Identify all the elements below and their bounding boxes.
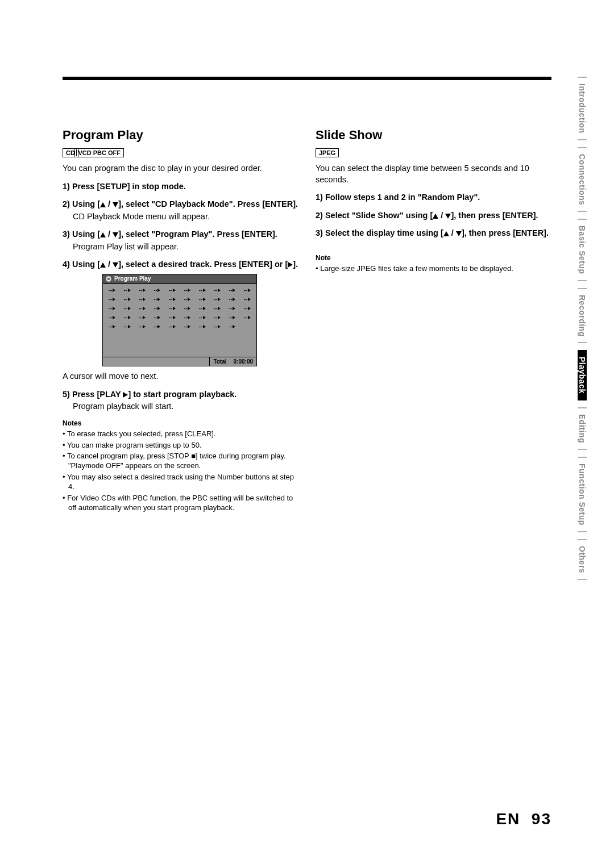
right-arrow-icon — [113, 316, 115, 319]
up-arrow-icon — [443, 231, 449, 236]
slide-show-step3: 3) Select the display time using [ / ], … — [316, 228, 551, 239]
program-play-cell: -- — [165, 315, 179, 320]
cell-placeholder: -- — [184, 287, 187, 293]
footer-spacer — [103, 357, 209, 366]
cell-placeholder: -- — [154, 324, 157, 329]
right-arrow-icon — [218, 289, 221, 292]
right-arrow-icon — [188, 298, 190, 301]
cell-placeholder: -- — [214, 287, 217, 293]
program-play-cell: -- — [225, 287, 239, 293]
program-play-cell: -- — [150, 287, 164, 293]
note-item: For Video CDs with PBC function, the PBC… — [63, 494, 298, 513]
manual-page: Program Play CDVCD PBC OFF You can progr… — [0, 0, 614, 868]
step4-pre: 4) Using [ — [63, 260, 100, 269]
program-play-cell: -- — [210, 297, 224, 302]
section-tab-introduction: Introduction — [578, 77, 587, 140]
cell-placeholder: -- — [244, 297, 247, 302]
program-play-cell: -- — [210, 324, 224, 329]
program-play-row: -------------------- — [105, 297, 254, 302]
program-play-cell: -- — [135, 287, 149, 293]
cell-placeholder: -- — [199, 287, 202, 293]
program-play-cell: -- — [195, 297, 209, 302]
program-play-step2: 2) Using [ / ], select "CD Playback Mode… — [63, 199, 298, 210]
program-play-cell: -- — [120, 306, 134, 311]
cell-placeholder: -- — [154, 306, 157, 311]
step2-post: ], select "CD Playback Mode". Press [ENT… — [118, 199, 298, 208]
cell-placeholder: -- — [184, 297, 187, 302]
right-arrow-icon — [188, 307, 190, 310]
step3-pre: 3) Using [ — [63, 229, 100, 239]
cell-placeholder: -- — [109, 324, 112, 329]
program-play-cell: -- — [150, 324, 164, 329]
ss-step3-post: ], then press [ENTER]. — [462, 228, 549, 237]
cell-placeholder: -- — [154, 315, 157, 320]
up-arrow-icon — [433, 214, 438, 219]
right-arrow-icon — [218, 307, 221, 310]
slide-show-heading: Slide Show — [316, 128, 551, 143]
right-arrow-icon — [128, 307, 131, 310]
right-arrow-icon — [173, 298, 176, 301]
program-play-notes-heading: Notes — [63, 419, 298, 427]
section-tab-basic-setup: Basic Setup — [578, 219, 587, 281]
cell-placeholder: -- — [229, 297, 232, 302]
program-play-step2-sub: CD Playback Mode menu will appear. — [73, 211, 298, 223]
right-arrow-icon — [233, 298, 235, 301]
cell-placeholder: -- — [244, 306, 247, 311]
program-play-step3-sub: Program Play list will appear. — [73, 241, 298, 253]
section-tab-recording: Recording — [578, 288, 587, 344]
program-play-row: ------------------ — [105, 324, 254, 329]
section-tabs: IntroductionConnectionsBasic SetupRecord… — [578, 77, 592, 587]
cell-placeholder: -- — [199, 306, 202, 311]
program-play-cell: -- — [240, 306, 254, 311]
program-play-screen-body: ----------------------------------------… — [103, 284, 256, 357]
ss-step3-pre: 3) Select the display time using [ — [316, 228, 443, 237]
program-play-cell: -- — [180, 297, 194, 302]
cell-placeholder: -- — [214, 315, 217, 320]
badge-jpeg: JPEG — [316, 148, 339, 157]
cell-placeholder: -- — [139, 324, 142, 329]
right-arrow-icon — [143, 316, 146, 319]
program-play-cell: -- — [165, 287, 179, 293]
right-arrow-icon — [113, 298, 115, 301]
program-play-cell: -- — [150, 306, 164, 311]
program-play-cell: -- — [105, 287, 119, 293]
step5-post: ] to start program playback. — [128, 390, 237, 399]
badge-vcd-pbc-off: VCD PBC OFF — [74, 148, 124, 157]
right-arrow-icon — [173, 289, 176, 292]
note-item: You can make program settings up to 50. — [63, 441, 298, 450]
disc-icon — [105, 276, 112, 282]
right-arrow-icon — [143, 289, 146, 292]
right-arrow-icon — [248, 298, 251, 301]
program-play-cell: -- — [240, 297, 254, 302]
cell-placeholder: -- — [169, 306, 172, 311]
program-play-cell: -- — [225, 306, 239, 311]
slide-show-step2: 2) Select "Slide Show" using [ / ], then… — [316, 210, 551, 222]
program-play-screen-header: Program Play — [103, 274, 256, 284]
cell-placeholder: -- — [139, 306, 142, 311]
right-arrow-icon — [203, 307, 206, 310]
cell-placeholder: -- — [109, 306, 112, 311]
program-play-screen-footer: Total 0:00:00 — [103, 357, 256, 366]
program-play-row: -------------------- — [105, 306, 254, 311]
up-arrow-icon — [100, 202, 106, 207]
cell-placeholder: -- — [124, 324, 127, 329]
slide-show-note-heading: Note — [316, 254, 551, 262]
program-play-cell: -- — [195, 287, 209, 293]
program-play-total: Total 0:00:00 — [209, 357, 256, 366]
right-arrow-icon — [233, 289, 235, 292]
program-play-cell: -- — [240, 287, 254, 293]
page-lang: EN — [496, 810, 520, 828]
right-arrow-icon — [157, 325, 160, 328]
page-number: EN 93 — [496, 810, 551, 828]
cell-placeholder: -- — [109, 287, 112, 293]
right-arrow-icon — [143, 325, 146, 328]
program-play-cell: -- — [150, 297, 164, 302]
right-arrow-icon — [233, 316, 235, 319]
program-play-cell: -- — [180, 287, 194, 293]
cell-placeholder: -- — [154, 297, 157, 302]
total-label: Total — [213, 358, 226, 365]
section-tab-connections: Connections — [578, 147, 587, 212]
right-arrow-icon — [248, 289, 251, 292]
up-arrow-icon — [100, 232, 106, 237]
down-arrow-icon — [445, 214, 451, 219]
